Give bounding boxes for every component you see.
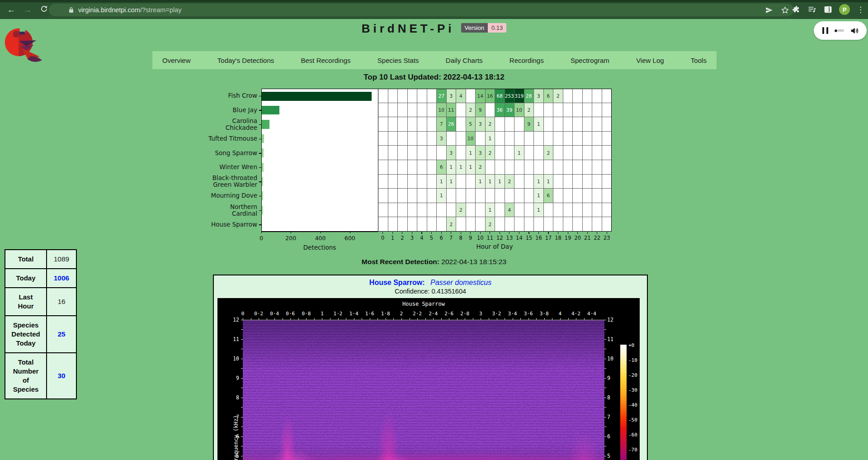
heatmap-cell bbox=[602, 189, 612, 203]
heatmap-cell bbox=[573, 217, 583, 231]
heatmap-cell bbox=[378, 217, 388, 231]
heatmap-cell bbox=[505, 146, 515, 160]
extensions-icon[interactable] bbox=[792, 5, 801, 14]
bookmark-star-icon[interactable] bbox=[781, 6, 789, 14]
heatmap-cell bbox=[583, 117, 593, 132]
heatmap-cell bbox=[388, 132, 398, 146]
heatmap-cell bbox=[544, 103, 554, 118]
nav-item-recordings[interactable]: Recordings bbox=[509, 57, 544, 64]
hour-tick-label: 22 bbox=[592, 235, 602, 241]
heatmap-cell bbox=[398, 175, 408, 189]
nav-item-species-stats[interactable]: Species Stats bbox=[377, 57, 419, 64]
speaker-icon[interactable] bbox=[850, 27, 859, 35]
detections-bar bbox=[262, 206, 263, 215]
pause-icon[interactable] bbox=[822, 27, 828, 34]
heatmap-cell bbox=[592, 103, 602, 118]
stats-value[interactable]: 30 bbox=[47, 353, 76, 399]
side-panel-icon[interactable] bbox=[823, 5, 832, 14]
url-bar[interactable]: virginia.birdnetpi.com/?stream=play bbox=[49, 4, 794, 16]
hour-tick-label: 12 bbox=[495, 235, 505, 241]
forward-icon[interactable]: → bbox=[22, 4, 33, 16]
heatmap-cell bbox=[398, 103, 408, 118]
spectrogram-plot bbox=[243, 320, 604, 460]
heatmap-cell bbox=[505, 132, 515, 146]
heatmap-cell bbox=[583, 146, 593, 160]
seek-bar[interactable] bbox=[835, 29, 844, 32]
detections-bar-track bbox=[261, 132, 378, 146]
heatmap-axis-ticks bbox=[378, 232, 612, 234]
heatmap-cell bbox=[514, 132, 524, 146]
nav-item-tools[interactable]: Tools bbox=[691, 57, 707, 64]
heatmap-cell: 2 bbox=[524, 103, 534, 118]
browser-toolbar: ← → virginia.birdnetpi.com/?stream=play bbox=[0, 0, 868, 19]
heatmap-cell bbox=[602, 146, 612, 160]
stats-value[interactable]: 25 bbox=[47, 316, 76, 353]
species-label: Song Sparrow bbox=[189, 146, 261, 160]
heatmap-cell bbox=[602, 160, 612, 175]
back-icon[interactable]: ← bbox=[5, 4, 17, 16]
heatmap-cell bbox=[592, 203, 602, 218]
url-text: virginia.birdnetpi.com/?stream=play bbox=[78, 6, 182, 14]
spec-x-tick: 3 bbox=[479, 311, 482, 317]
heatmap-cell bbox=[563, 89, 573, 103]
stats-value[interactable]: 1006 bbox=[47, 269, 76, 288]
heatmap-cell: 14 bbox=[476, 89, 486, 103]
nav-item-spectrogram[interactable]: Spectrogram bbox=[571, 57, 609, 64]
heatmap-cell bbox=[495, 217, 505, 231]
heatmap-cell: 6 bbox=[544, 189, 554, 203]
detections-axis-label: Detections bbox=[303, 244, 336, 251]
heatmap-cell bbox=[563, 217, 573, 231]
heatmap-cell: 2 bbox=[447, 217, 457, 231]
heatmap-cell bbox=[388, 217, 398, 231]
heatmap-cell bbox=[378, 203, 388, 218]
browser-menu-icon[interactable]: ⋮ bbox=[857, 5, 864, 14]
colorbar-tick: -20 bbox=[628, 372, 637, 378]
nav-item-today-s-detections[interactable]: Today's Detections bbox=[217, 57, 274, 64]
heatmap-cell bbox=[378, 189, 388, 203]
species-row: Song Sparrow313212 bbox=[189, 146, 612, 160]
spec-x-tick: 2 bbox=[400, 311, 403, 317]
spec-x-tick: 2·4 bbox=[429, 311, 438, 317]
nav-item-best-recordings[interactable]: Best Recordings bbox=[301, 57, 351, 64]
detection-confidence: Confidence: 0.41351604 bbox=[214, 288, 647, 295]
reload-icon[interactable] bbox=[38, 4, 50, 16]
heatmap-cell bbox=[514, 117, 524, 132]
heatmap-cell bbox=[388, 175, 398, 189]
heatmap-cell bbox=[417, 117, 427, 132]
nav-item-overview[interactable]: Overview bbox=[162, 57, 191, 64]
page-title: BirdNET-Pi bbox=[362, 22, 455, 36]
heatmap-cell bbox=[534, 132, 544, 146]
heatmap-cell bbox=[563, 146, 573, 160]
heatmap-cell bbox=[602, 132, 612, 146]
profile-avatar[interactable]: P bbox=[839, 4, 850, 15]
heatmap-cell: 3 bbox=[447, 146, 457, 160]
heatmap-cell bbox=[563, 117, 573, 132]
heatmap-cell bbox=[388, 89, 398, 103]
heatmap-cell: 4 bbox=[456, 89, 466, 103]
detections-bar-track bbox=[261, 203, 378, 218]
heatmap-cell: 6 bbox=[437, 160, 447, 175]
spec-y-tick-right: 12 bbox=[607, 317, 619, 323]
heatmap-row: 72653291 bbox=[378, 117, 612, 132]
nav-item-daily-charts[interactable]: Daily Charts bbox=[446, 57, 483, 64]
bar-tick-label: 0 bbox=[259, 235, 263, 242]
heatmap-cell bbox=[544, 217, 554, 231]
spec-y-tick-left: 10 bbox=[217, 356, 239, 362]
heatmap-cell bbox=[398, 189, 408, 203]
heatmap-cell bbox=[398, 89, 408, 103]
audio-player[interactable] bbox=[814, 21, 867, 40]
media-playlist-icon[interactable] bbox=[807, 5, 816, 14]
heatmap-cell: 1 bbox=[466, 146, 476, 160]
heatmap-cell bbox=[427, 146, 437, 160]
spec-y-tick-right: 11 bbox=[607, 336, 619, 342]
nav-item-view-log[interactable]: View Log bbox=[636, 57, 664, 64]
send-icon[interactable] bbox=[765, 6, 774, 14]
heatmap-cell: 2 bbox=[486, 117, 495, 132]
heatmap-cell bbox=[417, 160, 427, 175]
most-recent-detection: Most Recent Detection: 2022-04-13 18:15:… bbox=[0, 258, 868, 266]
heatmap-cell bbox=[514, 203, 524, 218]
bar-tick-label: 200 bbox=[285, 235, 296, 242]
spec-x-tick: 3·8 bbox=[540, 311, 549, 317]
heatmap-cell bbox=[553, 132, 563, 146]
detection-species-link[interactable]: House Sparrow: bbox=[369, 279, 425, 286]
